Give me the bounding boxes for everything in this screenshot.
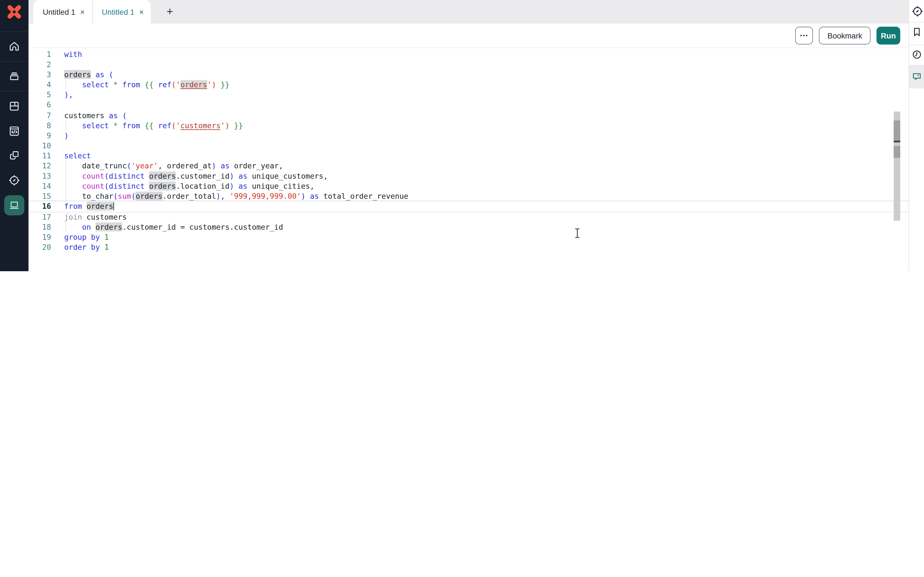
rail-divider (909, 87, 924, 88)
workspace-icon[interactable] (8, 199, 20, 211)
code-content: customers as ( (64, 110, 909, 120)
code-content (64, 140, 909, 150)
sql-editor[interactable]: 1with23orders as (4 select * from {{ ref… (29, 48, 908, 271)
code-content: select (64, 151, 909, 161)
tab-untitled-1[interactable]: Untitled 1 × (33, 0, 92, 24)
hex-logo-icon[interactable] (6, 4, 22, 19)
line-number: 14 (29, 181, 57, 191)
left-rail (0, 0, 29, 271)
code-file-icon[interactable] (8, 125, 20, 137)
tab-bar: Untitled 1 × Untitled 1 × + (29, 0, 908, 24)
code-line-16[interactable]: 16from orders (29, 201, 908, 211)
line-number: 19 (29, 232, 57, 242)
text-caret (113, 203, 114, 210)
line-number: 15 (29, 191, 57, 201)
rail-divider (0, 32, 29, 32)
right-rail (909, 0, 924, 271)
code-line-6[interactable]: 6 (29, 100, 908, 110)
code-content: count(distinct orders.location_id) as un… (64, 181, 909, 191)
run-button[interactable]: Run (877, 27, 900, 45)
line-number: 10 (29, 140, 57, 150)
code-content (64, 100, 909, 110)
new-tab-button[interactable]: + (160, 0, 179, 24)
line-number: 5 (29, 90, 57, 100)
line-number: 4 (29, 80, 57, 90)
cursor-position-marker (893, 140, 900, 142)
explore-icon[interactable] (8, 174, 20, 187)
rail-divider (0, 61, 29, 61)
code-content: from orders (64, 201, 909, 211)
code-content: select * from {{ ref('customers') }} (64, 120, 909, 130)
line-number: 12 (29, 161, 57, 171)
history-icon[interactable] (911, 49, 922, 60)
templates-icon[interactable] (8, 150, 20, 161)
line-number: 18 (29, 222, 57, 232)
code-content: order by 1 (64, 242, 909, 252)
collections-icon[interactable] (8, 70, 20, 82)
line-number: 8 (29, 120, 57, 130)
open-tabs: Untitled 1 × Untitled 1 × (33, 0, 151, 24)
code-line-12[interactable]: 12 date_trunc('year', ordered_at) as ord… (29, 161, 908, 171)
line-number: 3 (29, 69, 57, 79)
code-line-11[interactable]: 11select (29, 151, 908, 161)
code-content: with (64, 49, 909, 60)
code-line-5[interactable]: 5), (29, 90, 908, 100)
ibeam-mouse-cursor (574, 228, 581, 239)
code-content: date_trunc('year', ordered_at) as order_… (64, 161, 909, 171)
line-number: 20 (29, 242, 57, 252)
tab-untitled-1-active[interactable]: Untitled 1 × (92, 0, 151, 24)
bookmarks-icon[interactable] (911, 27, 922, 37)
code-content: group by 1 (64, 232, 909, 242)
code-line-7[interactable]: 7customers as ( (29, 110, 908, 120)
code-line-9[interactable]: 9) (29, 131, 908, 140)
close-icon[interactable]: × (139, 8, 144, 16)
line-number: 1 (29, 49, 57, 60)
code-content: select * from {{ ref('orders') }} (64, 80, 909, 90)
scrollbar-thumb[interactable] (893, 121, 900, 140)
code-content: join customers (64, 211, 909, 222)
more-options-button[interactable]: ••• (795, 27, 813, 45)
magic-comment-icon[interactable] (911, 71, 922, 82)
code-line-3[interactable]: 3orders as ( (29, 69, 908, 79)
code-line-17[interactable]: 17join customers (29, 211, 908, 222)
rail-divider (909, 22, 924, 23)
scrollbar-annotation (893, 146, 900, 158)
cell-toolbar: ••• Bookmark Run (29, 24, 908, 48)
rail-divider (909, 66, 924, 66)
home-icon[interactable] (8, 40, 20, 52)
code-content: orders as ( (64, 69, 909, 79)
editor-scrollbar[interactable] (893, 111, 900, 221)
code-line-19[interactable]: 19group by 1 (29, 232, 908, 242)
line-number: 6 (29, 100, 57, 110)
apps-grid-icon[interactable] (8, 100, 20, 112)
close-icon[interactable]: × (80, 8, 84, 16)
code-content: ), (64, 90, 909, 100)
bookmark-button[interactable]: Bookmark (819, 27, 871, 45)
main-area: Untitled 1 × Untitled 1 × + ••• Bookmark… (29, 0, 908, 271)
code-line-20[interactable]: 20order by 1 (29, 242, 908, 252)
rail-divider (0, 91, 29, 92)
line-number: 2 (29, 60, 57, 69)
code-line-8[interactable]: 8 select * from {{ ref('customers') }} (29, 120, 908, 130)
explore-icon[interactable] (911, 5, 922, 16)
code-line-15[interactable]: 15 to_char(sum(orders.order_total), '999… (29, 191, 908, 201)
line-number: 11 (29, 151, 57, 161)
code-content: count(distinct orders.customer_id) as un… (64, 171, 909, 181)
code-line-1[interactable]: 1with (29, 49, 908, 60)
code-line-14[interactable]: 14 count(distinct orders.location_id) as… (29, 181, 908, 191)
line-number: 9 (29, 131, 57, 140)
line-number: 13 (29, 171, 57, 181)
code-content: ) (64, 131, 909, 140)
code-line-10[interactable]: 10 (29, 140, 908, 150)
tab-label: Untitled 1 (43, 8, 75, 16)
line-number: 17 (29, 211, 57, 222)
line-number: 16 (29, 201, 57, 211)
hex-app-window: Untitled 1 × Untitled 1 × + ••• Bookmark… (0, 0, 924, 271)
code-content: to_char(sum(orders.order_total), '999,99… (64, 191, 909, 201)
code-line-2[interactable]: 2 (29, 60, 908, 69)
code-line-13[interactable]: 13 count(distinct orders.customer_id) as… (29, 171, 908, 181)
code-content (64, 60, 909, 69)
code-line-4[interactable]: 4 select * from {{ ref('orders') }} (29, 80, 908, 90)
line-number: 7 (29, 110, 57, 120)
code-line-18[interactable]: 18 on orders.customer_id = customers.cus… (29, 222, 908, 232)
